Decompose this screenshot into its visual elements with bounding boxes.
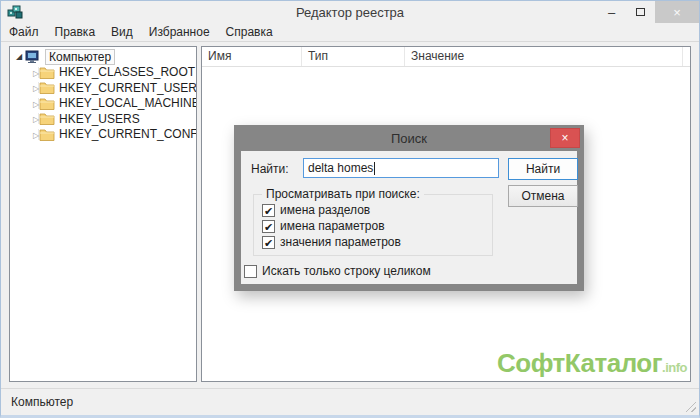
window-title: Редактор реестра: [1, 1, 699, 24]
folder-icon: [39, 66, 55, 79]
close-icon: ×: [673, 5, 681, 20]
checkbox-box: [244, 265, 257, 278]
check-icon: ✔: [264, 237, 273, 249]
maximize-icon: [636, 8, 645, 16]
tree-item-hkey-classes-root[interactable]: ▷ HKEY_CLASSES_ROOT: [10, 65, 196, 81]
minimize-button[interactable]: –: [597, 1, 626, 23]
tree-item-label: HKEY_USERS: [59, 112, 140, 126]
tree-root-computer[interactable]: ◢ Компьютер: [10, 49, 196, 65]
checkbox-value-data[interactable]: ✔ значения параметров: [262, 235, 401, 249]
tree-item-hkey-current-user[interactable]: ▷ HKEY_CURRENT_USER: [10, 80, 196, 96]
collapse-icon[interactable]: ▷: [27, 82, 39, 93]
search-scope-group: Просматривать при поиске: ✔ имена раздел…: [253, 194, 493, 256]
tree-item-label: HKEY_LOCAL_MACHINE: [59, 96, 197, 110]
tree-item-hkey-local-machine[interactable]: ▷ HKEY_LOCAL_MACHINE: [10, 96, 196, 112]
tree-item-hkey-users[interactable]: ▷ HKEY_USERS: [10, 111, 196, 127]
menu-item-file[interactable]: Файл: [1, 23, 47, 41]
column-header-filler: [683, 47, 690, 66]
registry-editor-window: Редактор реестра – × Файл Правка Вид Изб…: [0, 0, 700, 418]
registry-tree-panel: ◢ Компьютер ▷ HKEY_CLASSES_ROOT ▷ HK: [9, 46, 197, 382]
column-header-value[interactable]: Значение: [405, 47, 683, 66]
find-next-button[interactable]: Найти далее: [508, 158, 578, 180]
list-header-row: Имя Тип Значение: [202, 47, 690, 67]
find-dialog: Поиск × Найти: delta homes Найти далее О…: [234, 125, 584, 291]
find-label: Найти:: [251, 162, 289, 176]
folder-icon: [39, 97, 55, 110]
maximize-button[interactable]: [626, 1, 655, 23]
watermark: СофтКаталог.info: [497, 350, 687, 381]
column-header-name[interactable]: Имя: [202, 47, 302, 66]
close-button[interactable]: ×: [655, 1, 699, 23]
check-icon: ✔: [264, 205, 273, 217]
menu-item-help[interactable]: Справка: [218, 23, 281, 41]
checkbox-key-names[interactable]: ✔ имена разделов: [262, 203, 370, 217]
find-dialog-content: Найти: delta homes Найти далее Отмена Пр…: [241, 151, 577, 284]
collapse-icon[interactable]: ▷: [27, 98, 39, 109]
status-text: Компьютер: [11, 395, 73, 409]
minimize-icon: –: [608, 5, 615, 20]
checkbox-whole-string[interactable]: Искать только строку целиком: [244, 264, 431, 278]
tree-item-label: HKEY_CURRENT_CONFIG: [59, 127, 197, 141]
checkbox-box: ✔: [262, 204, 275, 217]
menu-item-edit[interactable]: Правка: [47, 23, 104, 41]
checkbox-value-names[interactable]: ✔ имена параметров: [262, 219, 385, 233]
checkbox-label: значения параметров: [280, 235, 401, 249]
find-dialog-title: Поиск: [234, 125, 584, 152]
checkbox-label: имена параметров: [280, 219, 385, 233]
computer-icon: [25, 50, 41, 63]
tree-item-label: HKEY_CURRENT_USER: [59, 81, 197, 95]
checkbox-box: ✔: [262, 236, 275, 249]
expand-icon[interactable]: ◢: [13, 52, 25, 61]
statusbar: Компьютер: [1, 388, 699, 415]
checkbox-label: имена разделов: [280, 203, 370, 217]
tree-item-label: HKEY_CLASSES_ROOT: [59, 65, 195, 79]
collapse-icon[interactable]: ▷: [27, 129, 39, 140]
titlebar[interactable]: Редактор реестра – ×: [1, 1, 699, 23]
column-header-type[interactable]: Тип: [302, 47, 405, 66]
text-caret: [374, 162, 375, 175]
find-input-value: delta homes: [308, 161, 373, 175]
search-scope-group-label: Просматривать при поиске:: [262, 187, 424, 201]
folder-icon: [39, 112, 55, 125]
collapse-icon[interactable]: ▷: [27, 113, 39, 124]
menu-item-favorites[interactable]: Избранное: [141, 23, 218, 41]
watermark-suffix: .info: [662, 360, 687, 375]
find-input[interactable]: delta homes: [303, 158, 499, 178]
collapse-icon[interactable]: ▷: [27, 67, 39, 78]
folder-icon: [39, 128, 55, 141]
find-dialog-close-button[interactable]: ×: [550, 128, 580, 148]
find-dialog-titlebar[interactable]: Поиск ×: [234, 125, 584, 151]
folder-icon: [39, 81, 55, 94]
cancel-button[interactable]: Отмена: [508, 185, 578, 207]
menu-item-view[interactable]: Вид: [103, 23, 141, 41]
checkbox-box: ✔: [262, 220, 275, 233]
check-icon: ✔: [264, 221, 273, 233]
close-icon: ×: [561, 131, 568, 145]
tree-item-label: Компьютер: [45, 49, 115, 65]
checkbox-label: Искать только строку целиком: [262, 264, 431, 278]
menubar: Файл Правка Вид Избранное Справка: [1, 23, 699, 42]
resize-grip[interactable]: [685, 401, 696, 412]
tree-item-hkey-current-config[interactable]: ▷ HKEY_CURRENT_CONFIG: [10, 127, 196, 143]
